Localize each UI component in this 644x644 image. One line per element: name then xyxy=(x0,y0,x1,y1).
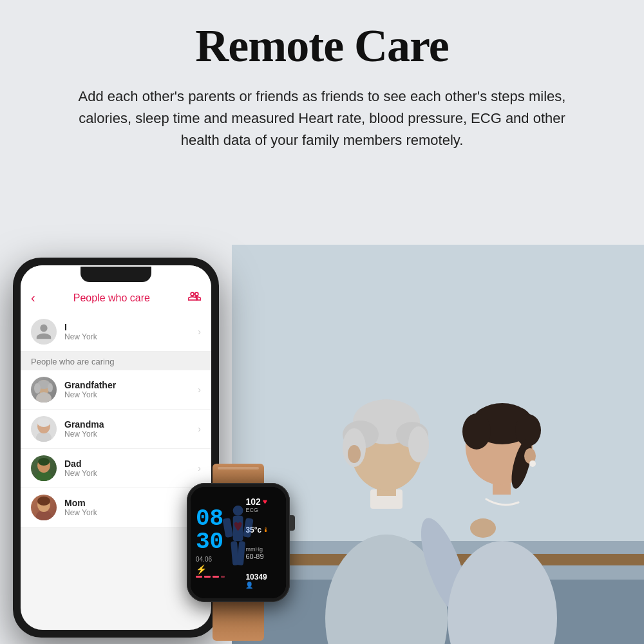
phone-container: ‹ People who care xyxy=(13,258,245,644)
svg-point-28 xyxy=(48,383,53,392)
add-person-icon[interactable] xyxy=(188,290,201,306)
grandma-chevron: › xyxy=(198,424,201,434)
svg-point-13 xyxy=(348,445,361,463)
grandma-location: New York xyxy=(64,430,198,439)
svg-point-20 xyxy=(462,413,491,450)
back-button[interactable]: ‹ xyxy=(31,290,35,305)
watch-container: 08 30 04.06 ⚡ xyxy=(167,464,309,644)
svg-point-29 xyxy=(36,392,52,402)
section-label: People who are caring xyxy=(31,357,114,366)
grandfather-chevron: › xyxy=(198,384,201,395)
grandma-info: Grandma New York xyxy=(64,419,198,439)
watch-body: 08 30 04.06 ⚡ xyxy=(187,483,290,602)
svg-point-38 xyxy=(37,497,50,506)
svg-rect-42 xyxy=(243,518,254,538)
subtitle-text: Add each other's parents or friends as f… xyxy=(58,86,586,151)
watch-crown xyxy=(290,515,295,531)
grandfather-location: New York xyxy=(64,390,198,399)
self-name: I xyxy=(64,322,198,332)
list-item[interactable]: Grandma New York › xyxy=(21,410,211,449)
grandfather-avatar xyxy=(31,377,57,402)
watch-display: 08 30 04.06 ⚡ xyxy=(191,487,286,598)
section-header: People who are caring xyxy=(21,352,211,370)
svg-point-15 xyxy=(470,518,496,538)
watch-band-bottom xyxy=(213,602,264,641)
svg-point-27 xyxy=(34,383,41,393)
dad-avatar xyxy=(31,455,57,481)
watch-band-top xyxy=(213,464,264,483)
self-location: New York xyxy=(64,332,198,341)
svg-rect-44 xyxy=(237,541,245,565)
watch-screen: 08 30 04.06 ⚡ xyxy=(191,487,286,598)
self-item[interactable]: I New York › xyxy=(21,312,211,352)
mom-avatar xyxy=(31,495,57,520)
self-info: I New York xyxy=(64,322,198,341)
svg-point-24 xyxy=(529,460,536,467)
self-chevron: › xyxy=(198,327,201,337)
thermometer-icon: 🌡 xyxy=(263,526,269,533)
self-avatar xyxy=(31,319,57,345)
bottom-section: ‹ People who care xyxy=(0,245,644,644)
heart-icon: ♥ xyxy=(263,497,267,506)
svg-point-32 xyxy=(37,418,50,427)
grandma-avatar xyxy=(31,416,57,442)
app-header-title: People who care xyxy=(35,292,188,304)
grandma-name: Grandma xyxy=(64,419,198,430)
phone-notch xyxy=(80,267,151,282)
svg-point-12 xyxy=(408,426,429,462)
grandfather-info: Grandfather New York xyxy=(64,380,198,399)
grandfather-name: Grandfather xyxy=(64,380,198,390)
top-section: Remote Care Add each other's parents or … xyxy=(0,0,644,164)
page-title: Remote Care xyxy=(39,19,605,73)
body-figure-icon xyxy=(219,498,257,587)
svg-point-39 xyxy=(233,506,243,516)
svg-rect-41 xyxy=(223,518,234,538)
svg-point-35 xyxy=(38,458,50,466)
list-item[interactable]: Grandfather New York › xyxy=(21,370,211,410)
